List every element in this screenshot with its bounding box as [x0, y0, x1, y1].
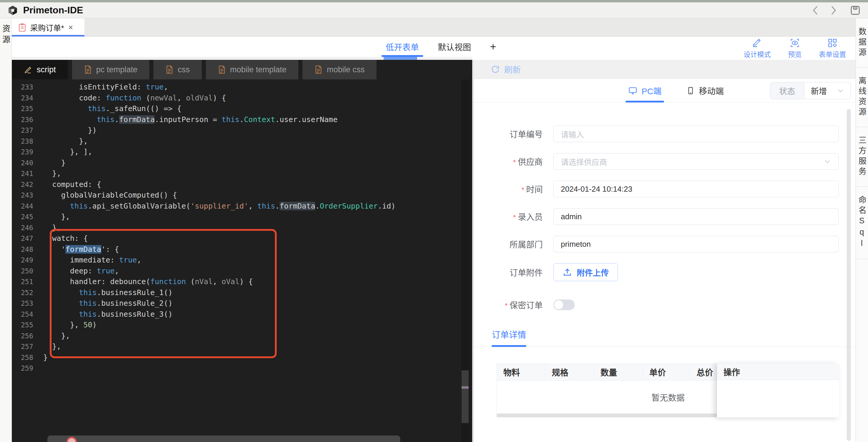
line-content: }, — [33, 212, 70, 222]
code-line: 253 this.businessRule_2() — [12, 298, 472, 309]
input-time[interactable]: 2024-01-24 10:14:23 — [553, 181, 839, 197]
nav-forward-button[interactable] — [830, 5, 837, 15]
refresh-icon[interactable] — [491, 65, 500, 74]
right-rail-item-3[interactable]: 命名Sql — [856, 187, 868, 259]
right-rail-item-0[interactable]: 数据源 — [856, 19, 868, 67]
preview-button[interactable]: 预览 — [788, 38, 802, 59]
line-number: 233 — [12, 82, 33, 93]
monitor-icon — [628, 86, 638, 95]
line-content: globalVariableComputed() { — [33, 190, 177, 201]
right-rail-item-1[interactable]: 离线资源 — [856, 67, 868, 127]
line-number: 238 — [12, 136, 33, 147]
editor-tab-label: pc template — [96, 65, 138, 74]
table-header-cell: 单价 — [643, 364, 690, 380]
line-number: 249 — [12, 255, 33, 266]
form-preview-panel: 刷新 PC端移动端 状态 新增 订单编号请输入*供应商请选择供应商*时间2024… — [474, 60, 856, 442]
form-row-input-person: *录入员admin — [474, 208, 856, 225]
view-tab-1[interactable]: 默认视图 — [438, 37, 471, 57]
status-group: 状态 新增 — [770, 82, 851, 99]
input-department[interactable]: primeton — [553, 236, 839, 252]
design-mode-button[interactable]: 设计模式 — [744, 38, 771, 59]
status-label: 状态 — [770, 82, 804, 99]
device-tabs: PC端移动端 — [628, 79, 724, 102]
design-mode-icon — [752, 38, 763, 48]
toggle-secret-order[interactable] — [553, 299, 575, 310]
code-editor: scriptpc templatecssmobile templatemobil… — [12, 60, 472, 442]
save-icon[interactable] — [849, 5, 861, 16]
line-number: 251 — [12, 276, 33, 287]
tab-order-detail[interactable]: 订单详情 — [492, 328, 526, 347]
view-tab-0[interactable]: 低开表单 — [386, 37, 419, 57]
field-value: primeton — [561, 240, 591, 249]
line-number: 259 — [12, 363, 33, 374]
line-number: 248 — [12, 244, 33, 255]
table-body: 暂无数据 — [497, 380, 717, 414]
preview-scrollbar-thumb[interactable] — [847, 109, 851, 441]
line-content: handler: debounce(function (nVal, oVal) … — [33, 276, 253, 287]
field-control-time: 2024-01-24 10:14:23 — [553, 181, 839, 197]
horizontal-scrollbar-thumb[interactable] — [384, 57, 417, 60]
editor-scrollbar-thumb[interactable] — [462, 370, 469, 423]
required-asterisk: * — [513, 158, 516, 167]
pencil-icon — [24, 65, 33, 74]
status-select[interactable]: 新增 — [804, 82, 850, 99]
line-number: 254 — [12, 309, 33, 320]
form-row-department: 所属部门primeton — [474, 236, 856, 252]
field-control-department: primeton — [553, 236, 839, 252]
table-horizontal-scrollbar[interactable] — [497, 414, 717, 417]
device-tab-mobile[interactable]: 移动端 — [686, 79, 724, 102]
line-content: }, 50) — [33, 320, 97, 330]
code-line: 236 this.formData.inputPerson = this.Con… — [12, 114, 472, 125]
form-row-secret-order: *保密订单 — [474, 299, 856, 311]
line-content: code: function (newVal, oldVal) { — [33, 93, 226, 104]
input-input-person[interactable]: admin — [553, 208, 839, 225]
upload-button[interactable]: 附件上传 — [553, 263, 618, 281]
required-asterisk: * — [513, 213, 516, 222]
preview-icon — [789, 38, 800, 48]
line-number: 255 — [12, 320, 33, 330]
sidebar-tab-resources[interactable]: 资源 — [0, 19, 12, 442]
toggle-knob — [554, 301, 563, 309]
code-line: 258} — [12, 352, 472, 363]
code-line: 246 }, — [12, 222, 472, 233]
field-control-input-person: admin — [553, 208, 839, 225]
line-content: }) — [33, 125, 97, 136]
table-header-cell: 操作 — [717, 364, 839, 380]
code-line: 250 deep: true, — [12, 266, 472, 277]
line-content: this.api_setGlobalVariable('supplier_id'… — [33, 201, 396, 212]
table-header-cell: 物料 — [497, 364, 546, 380]
code-line: 238 }, — [12, 136, 472, 147]
action-label: 表单设置 — [819, 49, 846, 59]
nav-back-button[interactable] — [812, 5, 819, 15]
editor-tab-css[interactable]: css — [153, 60, 202, 80]
close-icon[interactable]: × — [68, 23, 73, 32]
table-pinned-column: 操作 — [717, 364, 839, 417]
input-order-no[interactable]: 请输入 — [553, 126, 839, 142]
editor-tab-script[interactable]: script — [12, 60, 68, 80]
doc-tab-purchase-order[interactable]: 采购订单* × — [12, 19, 85, 36]
line-number: 256 — [12, 330, 33, 342]
code-area[interactable]: 233 isEntityField: true,234 code: functi… — [12, 80, 472, 374]
right-rail-label: 数据源 — [856, 27, 868, 58]
add-view-button[interactable]: + — [490, 37, 496, 57]
editor-tab-mobile-css[interactable]: mobile css — [303, 60, 376, 80]
code-line: 243 globalVariableComputed() { — [12, 190, 472, 201]
device-tab-pc[interactable]: PC端 — [628, 79, 661, 102]
upload-button-label: 附件上传 — [577, 266, 609, 278]
resources-label: 资源 — [0, 24, 11, 442]
view-tabs: 低开表单默认视图+ — [386, 37, 496, 57]
phone-icon — [686, 86, 695, 95]
code-line: 235 this._safeRun(() => { — [12, 103, 472, 114]
file-icon — [314, 65, 322, 74]
right-rail-item-2[interactable]: 三方服务 — [856, 127, 868, 187]
file-icon — [165, 65, 174, 74]
select-supplier[interactable]: 请选择供应商 — [553, 153, 839, 170]
editor-tabs: scriptpc templatecssmobile templatemobil… — [12, 60, 472, 80]
code-line: 259 — [12, 363, 472, 374]
form-settings-button[interactable]: 表单设置 — [819, 38, 846, 59]
chevron-down-icon — [837, 87, 844, 94]
editor-tab-pc-template[interactable]: pc template — [72, 60, 150, 80]
refresh-label[interactable]: 刷新 — [504, 63, 521, 75]
editor-tab-mobile-template[interactable]: mobile template — [206, 60, 299, 80]
refresh-bar: 刷新 — [474, 60, 856, 79]
